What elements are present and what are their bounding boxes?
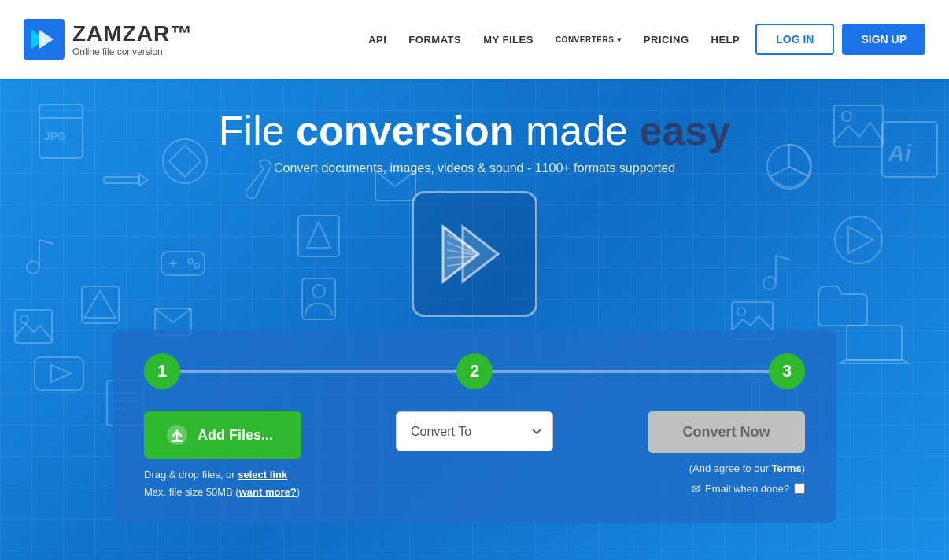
svg-marker-38 [848,227,873,253]
svg-point-19 [188,259,193,263]
step-3: 3 [769,353,805,389]
svg-rect-5 [104,177,139,183]
controls-row: Add Files... Drag & drop files, or selec… [144,411,805,501]
email-row: ✉ Email when done? [689,480,805,498]
step-1: 1 [144,353,180,389]
convert-now-hint: (And agree to our Terms) ✉ Email when do… [689,459,805,498]
step-line-1 [180,370,456,373]
header: ZAMZAR™ Online file conversion API FORMA… [0,0,949,79]
convert-to-select[interactable]: Convert To PDF JPG MP4 MP3 DOCX [396,411,553,451]
logo-name: ZAMZAR™ [72,21,193,46]
svg-line-13 [39,240,54,244]
nav-my-files[interactable]: MY FILES [483,34,534,46]
nav-converters[interactable]: CONVERTERS ▾ [556,35,622,44]
svg-point-39 [763,277,776,289]
logo-text: ZAMZAR™ Online file conversion [72,21,193,57]
svg-rect-2 [39,105,83,158]
svg-rect-14 [82,286,119,323]
hero-center-icon [412,191,537,317]
add-files-button[interactable]: Add Files... [144,411,301,459]
svg-point-27 [20,315,28,323]
svg-point-11 [27,261,39,274]
svg-point-7 [163,139,207,183]
svg-line-41 [776,256,790,260]
nav-help[interactable]: HELP [711,34,740,46]
nav-pricing[interactable]: PRICING [644,34,689,46]
conversion-panel: 1 2 3 Add Files... Drag [113,330,836,523]
svg-rect-16 [161,252,205,275]
svg-marker-15 [84,291,116,318]
svg-text:JPG: JPG [44,130,66,142]
email-icon: ✉ [692,480,700,498]
email-when-done-checkbox[interactable] [794,483,805,494]
svg-point-37 [835,216,882,263]
want-more-link[interactable]: want more? [239,486,297,498]
signup-button[interactable]: SIGN UP [842,24,925,55]
convert-now-column: Convert Now (And agree to our Terms) ✉ E… [585,411,805,498]
svg-marker-1 [39,30,54,49]
hero-subtitle: Convert documents, images, videos & soun… [274,161,675,175]
svg-point-23 [312,285,325,297]
hero-title: File conversion made easy [219,109,730,153]
svg-rect-44 [847,326,902,360]
header-buttons: LOG IN SIGN UP [755,24,925,55]
add-files-column: Add Files... Drag & drop files, or selec… [144,411,364,501]
svg-rect-24 [35,357,83,390]
main-nav: API FORMATS MY FILES CONVERTERS ▾ PRICIN… [368,34,740,46]
email-label: Email when done? [705,480,789,498]
logo-sub: Online file conversion [72,46,193,57]
add-files-hint: Drag & drop files, or select link Max. f… [144,466,300,501]
svg-marker-9 [307,222,330,248]
logo-area: ZAMZAR™ Online file conversion [24,19,193,60]
svg-point-20 [194,263,199,268]
hero-section: JPG [0,79,949,560]
logo-icon [24,19,65,60]
svg-rect-32 [834,105,883,146]
svg-rect-22 [302,278,335,319]
svg-text:Ai: Ai [887,140,912,166]
play-box [412,191,537,317]
svg-marker-6 [139,175,148,186]
svg-rect-8 [298,216,339,256]
nav-formats[interactable]: FORMATS [408,34,461,46]
svg-point-36 [767,145,811,189]
svg-rect-34 [882,122,937,177]
convert-to-column: Convert To PDF JPG MP4 MP3 DOCX [364,411,585,451]
nav-api[interactable]: API [368,34,386,46]
steps-row: 1 2 3 [144,353,805,389]
terms-link[interactable]: Terms [772,462,802,474]
upload-icon [166,424,188,446]
add-files-label: Add Files... [198,427,273,444]
step-line-2 [493,370,769,373]
select-link[interactable]: select link [238,469,287,481]
step-2: 2 [456,353,493,389]
convert-now-button[interactable]: Convert Now [648,411,805,453]
svg-rect-26 [15,310,52,343]
login-button[interactable]: LOG IN [755,24,834,55]
svg-point-43 [737,308,745,315]
svg-marker-25 [51,365,71,382]
svg-point-33 [842,112,851,121]
